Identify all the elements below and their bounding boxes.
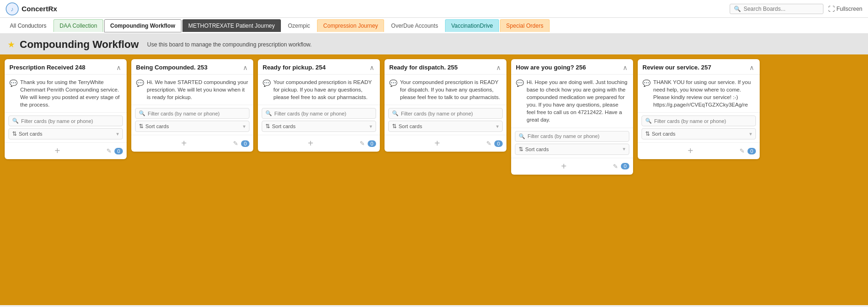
column-footer: + ✎ 0 (638, 142, 760, 159)
logo: ♪ ConcertRx (6, 2, 57, 15)
filter-search-icon: 🔍 (265, 110, 272, 116)
message-text: Hi. Hope you are doing well. Just touchi… (527, 78, 628, 124)
footer-right: ✎ 0 (360, 140, 376, 147)
footer-right: ✎ 0 (740, 147, 756, 154)
tab-daa[interactable]: DAA Collection (53, 19, 103, 32)
svg-text:♪: ♪ (11, 6, 14, 13)
sort-dropdown[interactable]: ⇅ Sort cards ▾ (262, 121, 376, 132)
edit-icon[interactable]: ✎ (486, 140, 491, 147)
column-title: Prescription Received 248 (9, 64, 115, 71)
sort-dropdown[interactable]: ⇅ Sort cards ▾ (515, 144, 629, 155)
search-box[interactable]: 🔍 (730, 4, 823, 14)
sort-dropdown[interactable]: ⇅ Sort cards ▾ (8, 128, 123, 139)
column-title: How are you going? 256 (516, 64, 622, 71)
filter-search-icon: 🔍 (645, 118, 652, 124)
footer-right: ✎ 0 (613, 163, 629, 170)
fullscreen-button[interactable]: ⛶ Fullscreen (828, 5, 862, 13)
column-col1: Prescription Received 248 ∧ 💬 Thank you … (5, 59, 127, 159)
card-count: 0 (747, 148, 756, 154)
sort-dropdown[interactable]: ⇅ Sort cards ▾ (388, 121, 503, 132)
column-header: Ready for dispatch. 255 ∧ (385, 59, 506, 75)
add-card-button[interactable]: + (262, 138, 360, 149)
logo-icon: ♪ (6, 2, 19, 15)
message-icon: 💬 (389, 79, 397, 88)
filter-input[interactable] (21, 118, 119, 124)
add-card-button[interactable]: + (515, 161, 613, 172)
column-collapse-button[interactable]: ∧ (369, 64, 375, 71)
sort-icon: ⇅ (139, 123, 143, 130)
column-footer: + ✎ 0 (511, 158, 633, 175)
add-card-button[interactable]: + (135, 138, 233, 149)
column-filter[interactable]: 🔍 (642, 115, 756, 126)
tab-compression[interactable]: Compression Journey (317, 19, 384, 32)
column-filter[interactable]: 🔍 (8, 115, 123, 126)
search-input[interactable] (744, 6, 814, 12)
footer-right: ✎ 0 (486, 140, 503, 147)
column-header: How are you going? 256 ∧ (511, 59, 633, 75)
filter-input[interactable] (528, 133, 626, 139)
tab-vaccination[interactable]: VaccinationDrive (445, 19, 499, 32)
column-filter[interactable]: 🔍 (515, 131, 629, 142)
filter-input[interactable] (148, 111, 246, 116)
logo-text: ConcertRx (22, 5, 57, 13)
column-filter[interactable]: 🔍 (388, 108, 503, 119)
column-filter[interactable]: 🔍 (262, 108, 376, 119)
sort-dropdown[interactable]: ⇅ Sort cards ▾ (642, 128, 756, 139)
footer-right: ✎ 0 (233, 140, 249, 147)
board-description: Use this board to manage the compounding… (147, 41, 312, 48)
column-title: Ready for dispatch. 255 (389, 64, 495, 71)
column-message: 💬 Hi. Hope you are doing well. Just touc… (511, 75, 633, 128)
column-title: Review our service. 257 (642, 64, 748, 71)
column-collapse-button[interactable]: ∧ (748, 64, 755, 71)
filter-input[interactable] (274, 111, 372, 116)
message-text: Hi. We have STARTED compounding your pre… (147, 78, 249, 101)
tab-overdue[interactable]: OverDue Accounts (385, 19, 444, 32)
edit-icon[interactable]: ✎ (106, 147, 112, 154)
tab-compounding[interactable]: Compounding Workflow (104, 19, 181, 32)
message-icon: 💬 (9, 79, 17, 88)
column-col2: Being Compounded. 253 ∧ 💬 Hi. We have ST… (131, 59, 253, 152)
tab-special[interactable]: Special Orders (500, 19, 549, 32)
add-card-button[interactable]: + (8, 146, 106, 156)
column-collapse-button[interactable]: ∧ (495, 64, 502, 71)
card-count: 0 (368, 140, 376, 147)
sort-label: ⇅ Sort cards (392, 123, 422, 130)
column-collapse-button[interactable]: ∧ (242, 64, 249, 71)
message-icon: 💬 (136, 79, 144, 88)
edit-icon[interactable]: ✎ (740, 147, 745, 154)
sort-dropdown[interactable]: ⇅ Sort cards ▾ (135, 121, 249, 132)
header-right: 🔍 ⛶ Fullscreen (730, 4, 862, 14)
edit-icon[interactable]: ✎ (613, 163, 618, 170)
sort-chevron-icon: ▾ (243, 123, 246, 130)
column-col6: Review our service. 257 ∧ 💬 THANK YOU fo… (638, 59, 760, 159)
column-collapse-button[interactable]: ∧ (622, 64, 628, 71)
column-message: 💬 Your compounded prescription is READY … (258, 75, 380, 105)
tab-methotrexate[interactable]: METHOTREXATE Patient Journey (182, 19, 281, 32)
column-filter[interactable]: 🔍 (135, 108, 249, 119)
column-col5: How are you going? 256 ∧ 💬 Hi. Hope you … (511, 59, 633, 175)
column-header: Being Compounded. 253 ∧ (131, 59, 253, 75)
card-count: 0 (494, 140, 503, 147)
board-star-icon[interactable]: ★ (8, 39, 15, 50)
sort-label: ⇅ Sort cards (12, 130, 42, 137)
tab-ozempic[interactable]: Ozempic (282, 19, 316, 32)
sort-chevron-icon: ▾ (370, 123, 372, 130)
board-title: Compounding Workflow (20, 38, 139, 51)
filter-input[interactable] (401, 111, 499, 116)
sort-icon: ⇅ (392, 123, 397, 130)
column-col4: Ready for dispatch. 255 ∧ 💬 Your compoun… (385, 59, 506, 152)
card-count: 0 (114, 148, 123, 154)
message-text: Your compounded prescription is READY fo… (273, 78, 375, 101)
column-message: 💬 Thank you for using the TerryWhite Che… (5, 75, 127, 113)
edit-icon[interactable]: ✎ (360, 140, 365, 147)
column-collapse-button[interactable]: ∧ (115, 64, 122, 71)
filter-search-icon: 🔍 (519, 133, 525, 139)
add-card-button[interactable]: + (388, 138, 486, 149)
filter-input[interactable] (654, 118, 752, 124)
tab-all[interactable]: All Conductors (4, 19, 53, 32)
add-card-button[interactable]: + (642, 146, 740, 156)
board-area: Prescription Received 248 ∧ 💬 Thank you … (0, 54, 868, 305)
footer-right: ✎ 0 (106, 147, 123, 154)
column-title: Being Compounded. 253 (136, 64, 242, 71)
edit-icon[interactable]: ✎ (233, 140, 238, 147)
